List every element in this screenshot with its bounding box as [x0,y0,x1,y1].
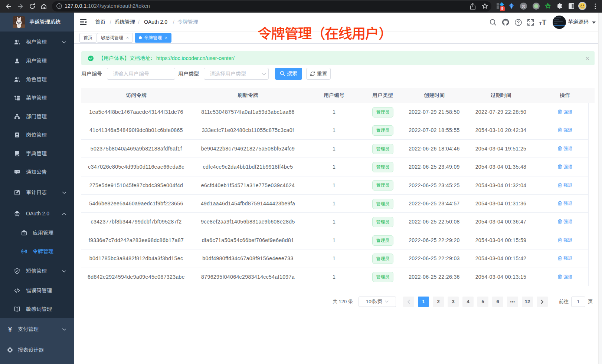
svg-text:⌘: ⌘ [521,4,526,9]
svg-text:9: 9 [501,7,504,11]
svg-text:¥: ¥ [8,326,12,332]
